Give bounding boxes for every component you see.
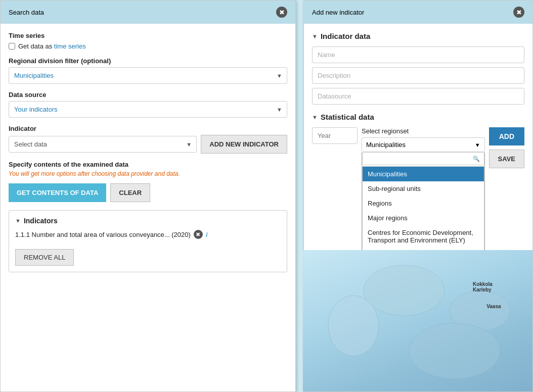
map-svg (303, 250, 532, 391)
dropdown-item-municipalities[interactable]: Municipalities (363, 167, 484, 181)
regional-filter-label: Regional division filter (optional) (9, 57, 287, 65)
get-contents-button[interactable]: GET CONTENTS OF DATA (9, 183, 106, 202)
indicators-section-title: Indicators (24, 217, 58, 225)
year-input[interactable] (312, 127, 358, 144)
close-right-panel-button[interactable]: ✖ (513, 7, 524, 18)
indicator-select-wrapper: Select data ▼ (9, 136, 197, 153)
data-source-wrapper: Your indicators Statistics Finland Other… (9, 101, 287, 118)
indicator-data-arrow-icon: ▼ (312, 33, 318, 39)
indicator-label: Indicator (9, 125, 287, 132)
add-indicator-panel: Add new indicator ✖ ▼ Indicator data ▼ S… (303, 0, 533, 392)
regionset-label: Select regionset (362, 127, 485, 135)
time-series-title: Time series (9, 32, 287, 39)
time-series-link[interactable]: time series (54, 42, 86, 50)
indicators-box: ▼ Indicators 1.1.1 Number and total area… (9, 210, 287, 272)
svg-point-2 (328, 296, 379, 356)
indicator-select[interactable]: Select data (9, 136, 197, 153)
statistical-data-section: ▼ Statistical data Select regionset Muni… (312, 113, 524, 271)
svg-point-3 (409, 323, 500, 379)
time-series-label: Get data as time series (18, 42, 86, 50)
regionset-display[interactable]: Municipalities ▼ (362, 137, 485, 152)
data-source-label: Data source (9, 91, 287, 99)
statistical-data-title: Statistical data (321, 113, 374, 121)
regionset-search-input[interactable] (367, 155, 471, 162)
indicator-info-icon[interactable]: i (206, 231, 208, 238)
right-panel-header: Add new indicator ✖ (304, 1, 532, 24)
indicators-section-arrow-icon: ▼ (15, 218, 21, 224)
clear-button[interactable]: CLEAR (110, 183, 150, 202)
regional-filter-wrapper: Municipalities Regions Sub-regional unit… (9, 67, 287, 84)
right-panel-title: Add new indicator (312, 9, 364, 16)
add-button[interactable]: ADD (489, 127, 524, 145)
time-series-checkbox[interactable] (9, 43, 15, 50)
indicator-item: 1.1.1 Number and total area of various c… (15, 230, 281, 239)
svg-point-0 (364, 265, 445, 316)
dropdown-item-major-regions[interactable]: Major regions (363, 211, 484, 225)
dropdown-item-ely[interactable]: Centres for Economic Development, Transp… (363, 225, 484, 248)
left-panel-header: Search data ✖ (1, 1, 295, 24)
indicator-datasource-input[interactable] (312, 88, 524, 105)
data-source-select[interactable]: Your indicators Statistics Finland Other (9, 101, 287, 118)
statistical-data-arrow-icon: ▼ (312, 114, 318, 120)
indicator-description-input[interactable] (312, 67, 524, 84)
indicator-name-input[interactable] (312, 46, 524, 63)
add-new-indicator-button[interactable]: ADD NEW INDICATOR (201, 135, 287, 154)
specify-title: Specify contents of the examined data (9, 161, 287, 168)
indicator-item-text: 1.1.1 Number and total area of various c… (15, 231, 191, 238)
map-overlay: KokkolaKarleby Vaasa (303, 250, 532, 391)
specify-subtitle: You will get more options after choosing… (9, 170, 287, 177)
close-left-panel-button[interactable]: ✖ (276, 7, 287, 18)
remove-all-button[interactable]: REMOVE ALL (15, 249, 74, 266)
map-label-vaasa: Vaasa (486, 304, 501, 309)
remove-indicator-button[interactable]: ✖ (194, 230, 203, 239)
dropdown-item-regions[interactable]: Regions (363, 196, 484, 211)
regional-filter-select[interactable]: Municipalities Regions Sub-regional unit… (9, 67, 287, 84)
dropdown-item-sub-regional[interactable]: Sub-regional units (363, 181, 484, 196)
regionset-selected-text: Municipalities (366, 141, 406, 149)
search-data-panel: Search data ✖ Time series Get data as ti… (0, 0, 296, 392)
map-label-kokkola: KokkolaKarleby (473, 281, 493, 292)
save-button[interactable]: SAVE (489, 150, 524, 168)
regionset-search-box: 🔍 (362, 152, 484, 165)
left-panel-title: Search data (9, 9, 44, 16)
regionset-dropdown-arrow-icon: ▼ (475, 142, 480, 148)
indicator-data-title: Indicator data (321, 32, 370, 40)
search-icon: 🔍 (473, 156, 480, 162)
